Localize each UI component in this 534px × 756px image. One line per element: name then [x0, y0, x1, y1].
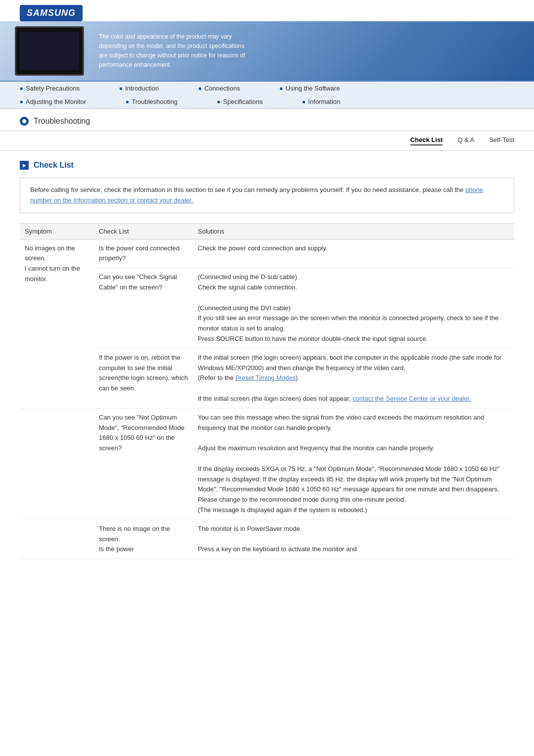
table-row: There is no image on the screen.Is the p…: [20, 520, 514, 559]
section-arrow-icon: [20, 161, 29, 170]
symptom-cell: No images on the screen.I cannot turn on…: [20, 239, 94, 408]
checklist-cell: Is the power cord connected properly?: [94, 239, 193, 268]
nav-bullet-icon: ■: [20, 86, 23, 91]
nav-label: Information: [308, 98, 340, 105]
nav-label: Safety Precautions: [26, 85, 80, 92]
nav-bullet-icon: ■: [302, 99, 305, 104]
sidebar-item-connections[interactable]: ■ Connections: [198, 85, 240, 92]
table-row: Can you see "Check Signal Cable" on the …: [20, 268, 514, 349]
check-table: Symptom Check List Solutions No images o…: [20, 223, 514, 560]
nav-label: Adjusting the Monitor: [26, 98, 86, 105]
sidebar-item-safety-precautions[interactable]: ■ Safety Precautions: [20, 85, 80, 92]
navigation-bar: ■ Safety Precautions ■ Introduction ■ Co…: [0, 81, 534, 109]
nav-label: Using the Software: [286, 85, 340, 92]
tab-selftest[interactable]: Self-Test: [489, 136, 514, 145]
info-text-before: Before calling for service, check the in…: [30, 186, 465, 193]
section-header: Check List: [20, 161, 514, 170]
col-header-symptom: Symptom: [20, 223, 94, 239]
sidebar-item-introduction[interactable]: ■ Introduction: [119, 85, 159, 92]
monitor-screen: [20, 32, 79, 70]
solutions-cell: Check the power cord connection and supp…: [193, 239, 514, 268]
section-title: Check List: [34, 161, 74, 170]
nav-label: Connections: [204, 85, 240, 92]
sidebar-item-specifications[interactable]: ■ Specifications: [217, 98, 263, 105]
page-title-icon: [20, 117, 29, 126]
checklist-cell: Can you see "Check Signal Cable" on the …: [94, 268, 193, 349]
main-content: Check List Before calling for service, c…: [0, 151, 534, 569]
banner-monitor-image: [15, 26, 84, 76]
table-row: No images on the screen.I cannot turn on…: [20, 239, 514, 268]
sidebar-item-troubleshooting[interactable]: ■ Troubleshooting: [126, 98, 178, 105]
banner-description: The color and appearance of the product …: [99, 32, 247, 70]
nav-bullet-icon: ■: [119, 86, 122, 91]
preset-timing-link[interactable]: Preset Timing Modes: [235, 374, 296, 381]
nav-bullet-icon: ■: [198, 86, 201, 91]
solutions-cell: The monitor is in PowerSaver mode. Press…: [193, 520, 514, 559]
tab-qa[interactable]: Q & A: [457, 136, 474, 145]
nav-bullet-icon: ■: [126, 99, 129, 104]
symptom-cell: [20, 520, 94, 559]
table-header-row: Symptom Check List Solutions: [20, 223, 514, 239]
solutions-cell: If the initial screen (the login screen)…: [193, 348, 514, 408]
nav-label: Troubleshooting: [132, 98, 178, 105]
nav-row-2: ■ Adjusting the Monitor ■ Troubleshootin…: [0, 95, 534, 108]
solutions-cell: (Connected using the D-sub cable) Check …: [193, 268, 514, 349]
sub-tabs-bar: Check List Q & A Self-Test: [0, 131, 534, 151]
nav-bullet-icon: ■: [279, 86, 282, 91]
checklist-cell: Can you see "Not Optimum Mode", "Recomme…: [94, 408, 193, 520]
nav-row-1: ■ Safety Precautions ■ Introduction ■ Co…: [0, 82, 534, 95]
col-header-solutions: Solutions: [193, 223, 514, 239]
table-row: Can you see "Not Optimum Mode", "Recomme…: [20, 408, 514, 520]
sidebar-item-adjusting-monitor[interactable]: ■ Adjusting the Monitor: [20, 98, 86, 105]
samsung-logo: SAMSUNG: [20, 5, 83, 21]
col-header-checklist: Check List: [94, 223, 193, 239]
checklist-cell: There is no image on the screen.Is the p…: [94, 520, 193, 559]
logo-container: SAMSUNG: [20, 5, 514, 21]
nav-label: Introduction: [125, 85, 159, 92]
tab-checklist[interactable]: Check List: [410, 136, 443, 145]
banner: The color and appearance of the product …: [0, 21, 534, 81]
sidebar-item-information[interactable]: ■ Information: [302, 98, 340, 105]
nav-bullet-icon: ■: [217, 99, 220, 104]
service-center-link[interactable]: contact the Service Center or your deale…: [353, 395, 471, 402]
checklist-cell: If the power is on, reboot the computer …: [94, 348, 193, 408]
page-title-bar: Troubleshooting: [0, 109, 534, 131]
header: SAMSUNG: [0, 0, 534, 21]
symptom-cell: [20, 408, 94, 520]
page-title: Troubleshooting: [34, 117, 90, 126]
table-row: If the power is on, reboot the computer …: [20, 348, 514, 408]
solutions-cell: You can see this message when the signal…: [193, 408, 514, 520]
nav-bullet-icon: ■: [20, 99, 23, 104]
sidebar-item-using-software[interactable]: ■ Using the Software: [279, 85, 340, 92]
info-box: Before calling for service, check the in…: [20, 178, 514, 213]
nav-label: Specifications: [223, 98, 263, 105]
